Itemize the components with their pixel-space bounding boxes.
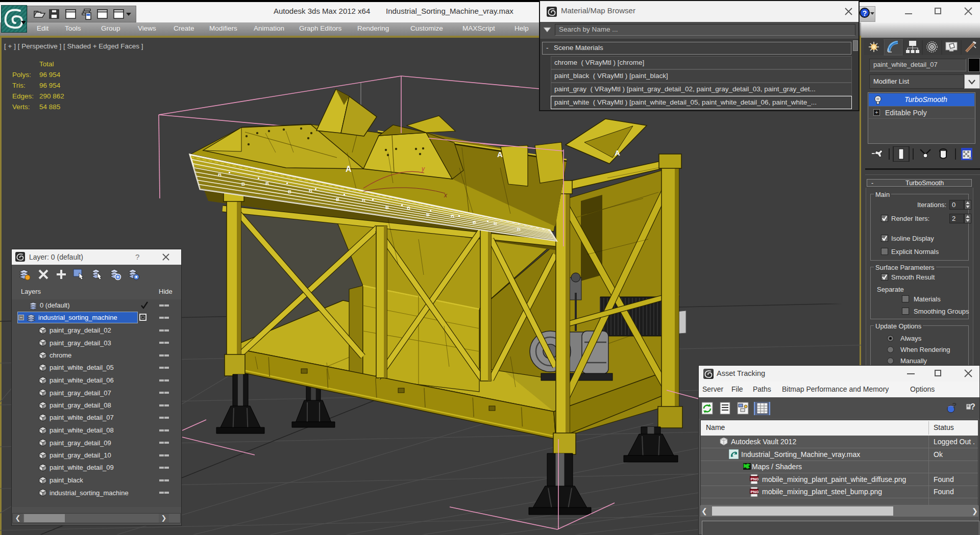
svg-text:B: B: [336, 196, 339, 202]
svg-text:B: B: [288, 189, 291, 194]
svg-text:B: B: [426, 212, 430, 217]
svg-text:B: B: [241, 181, 245, 187]
svg-text:PNG: PNG: [751, 477, 759, 481]
svg-text:?: ?: [952, 402, 957, 410]
svg-text:B: B: [473, 219, 476, 225]
svg-text:?: ?: [970, 402, 975, 411]
svg-text:B: B: [218, 172, 222, 177]
svg-text:B: B: [309, 188, 312, 193]
svg-text:PNG: PNG: [751, 490, 759, 494]
svg-text:B: B: [407, 205, 410, 211]
svg-text:A: A: [497, 150, 503, 159]
svg-text:B: B: [265, 181, 269, 186]
svg-text:A: A: [615, 148, 620, 157]
svg-text:B: B: [362, 197, 365, 203]
svg-text:B: B: [494, 220, 497, 226]
svg-text:A: A: [346, 165, 352, 173]
svg-text:B: B: [385, 205, 389, 210]
svg-text:B: B: [517, 226, 521, 232]
svg-text:y: y: [421, 165, 425, 172]
svg-text:B: B: [451, 213, 454, 219]
svg-text:x: x: [444, 192, 448, 199]
